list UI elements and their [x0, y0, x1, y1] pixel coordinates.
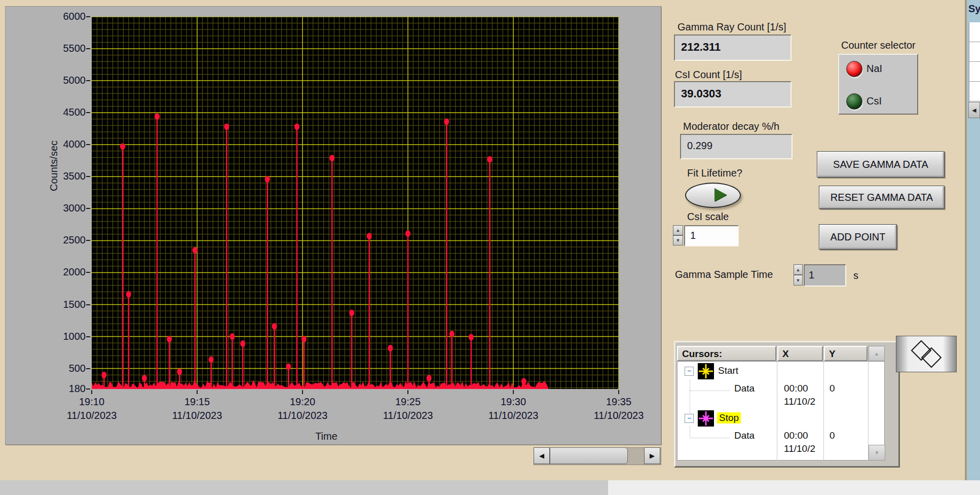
x-axis-title: Time — [293, 431, 359, 442]
chart-horizontal-scrollbar[interactable]: ◀ ▶ — [534, 447, 661, 465]
background-window-title: Sy — [968, 3, 980, 16]
y-axis-tick-mark — [86, 16, 90, 17]
y-axis-tick-label: 500 — [49, 363, 86, 374]
moderator-decay-indicator: 0.299 — [680, 134, 793, 159]
y-axis-tick-mark — [86, 336, 90, 337]
x-axis-date-label: 11/10/2023 — [586, 410, 652, 421]
x-axis-tick-mark — [197, 390, 198, 394]
list-row — [969, 42, 980, 62]
x-axis-tick-mark — [407, 390, 408, 394]
cursors-legend: Cursors: X Y ▲ − Start Dat — [674, 341, 900, 468]
csi-led[interactable] — [846, 93, 862, 110]
y-axis-tick-label: 2500 — [49, 234, 86, 246]
cursor-list: − Start Data 00:00 11/10/2 0 − — [677, 361, 885, 461]
y-axis-tick-mark — [86, 240, 90, 241]
stop-cursor-expander[interactable]: − — [685, 414, 694, 423]
cursor-list-scroll-up-button[interactable]: ▲ — [869, 346, 885, 361]
start-cursor-x-date: 11/10/2 — [784, 396, 822, 407]
cursor-move-button[interactable] — [896, 336, 957, 372]
y-axis-tick-label: 5000 — [49, 75, 86, 86]
add-point-button[interactable]: ADD POINT — [819, 224, 897, 250]
y-axis-tick-mark — [86, 176, 90, 177]
x-axis-tick-label: 19:35 — [596, 396, 642, 408]
x-axis-tick-mark — [618, 390, 619, 394]
y-axis-tick-label: 1500 — [49, 299, 86, 310]
list-row — [969, 22, 980, 42]
y-axis-tick-mark — [86, 208, 90, 209]
x-axis-date-label: 11/10/2023 — [375, 410, 441, 421]
x-axis-tick-mark — [513, 390, 514, 394]
csi-count-value: 39.0303 — [675, 82, 790, 100]
tree-line — [690, 438, 730, 438]
moderator-decay-value: 0.299 — [681, 135, 791, 152]
stop-cursor-name[interactable]: Stop — [717, 412, 741, 423]
csi-scale-field[interactable]: 1 — [684, 225, 739, 246]
start-cursor-x-time: 00:00 — [784, 383, 808, 394]
csi-scale-label: CsI scale — [687, 211, 729, 223]
gamma-count-value: 212.311 — [675, 36, 790, 54]
sample-time-field[interactable]: 1 — [804, 264, 846, 287]
y-axis-tick-mark — [86, 48, 90, 49]
scroll-right-button[interactable]: ▶ — [644, 447, 660, 464]
background-scroll-left-button[interactable]: ◀ — [968, 102, 980, 118]
y-axis-tick-label: 1000 — [49, 331, 86, 342]
start-cursor-icon[interactable] — [698, 363, 714, 379]
labview-front-panel: Counts/sec Time 600055005000450040003500… — [0, 0, 980, 495]
reset-gamma-data-button[interactable]: RESET GAMMA DATA — [819, 186, 945, 209]
y-axis-title: Counts/sec — [48, 125, 60, 206]
sample-time-unit: s — [853, 270, 858, 281]
nai-led[interactable] — [846, 61, 862, 77]
taskbar-strip-right — [608, 480, 980, 495]
gamma-chart-trace — [92, 17, 619, 389]
y-axis-tick-mark — [86, 80, 90, 81]
start-cursor-expander[interactable]: − — [685, 367, 694, 376]
y-axis-tick-label: 3000 — [49, 202, 86, 214]
x-axis-date-label: 11/10/2023 — [164, 410, 230, 421]
x-axis-tick-label: 19:25 — [385, 396, 431, 408]
csi-scale-stepper[interactable]: ▲ ▼ — [673, 225, 683, 245]
gamma-count-label: Gamma Ray Count [1/s] — [677, 21, 786, 33]
list-row — [969, 82, 980, 101]
scrollbar-thumb[interactable] — [550, 447, 628, 464]
x-axis-tick-mark — [302, 390, 303, 394]
stop-cursor-icon[interactable] — [698, 410, 714, 427]
increment-arrow-icon[interactable]: ▲ — [673, 225, 683, 235]
increment-arrow-icon[interactable]: ▲ — [794, 264, 803, 275]
stop-cursor-x-date: 11/10/2 — [784, 443, 822, 454]
y-axis-tick-mark — [86, 368, 90, 369]
start-cursor-name[interactable]: Start — [718, 365, 738, 376]
y-axis-tick-label: 4000 — [49, 138, 86, 150]
csi-count-indicator: 39.0303 — [674, 81, 791, 108]
fit-lifetime-toggle[interactable] — [685, 183, 741, 208]
y-axis-tick-label: 5500 — [49, 43, 86, 54]
x-axis-tick-label: 19:10 — [69, 396, 115, 408]
decrement-arrow-icon[interactable]: ▼ — [794, 275, 803, 286]
start-cursor-data-label[interactable]: Data — [734, 383, 755, 394]
nai-option-label: NaI — [866, 63, 882, 75]
csi-scale-value: 1 — [685, 226, 738, 241]
csi-count-label: CsI Count [1/s] — [675, 69, 742, 81]
save-gamma-data-button[interactable]: SAVE GAMMA DATA — [817, 151, 945, 178]
x-axis-tick-mark — [91, 390, 92, 394]
x-axis-tick-label: 19:15 — [174, 396, 220, 408]
scroll-right-icon: ▶ — [650, 452, 655, 459]
taskbar-strip-left — [0, 480, 608, 495]
start-cursor-y-value: 0 — [830, 383, 835, 394]
y-axis-tick-label: 180 — [49, 383, 86, 395]
cursors-x-header: X — [777, 346, 823, 361]
scroll-left-button[interactable]: ◀ — [534, 447, 550, 464]
background-window-list — [969, 22, 980, 102]
cursor-list-scroll-down-button[interactable]: ▼ — [869, 445, 885, 461]
tree-line — [690, 391, 730, 391]
sample-time-stepper[interactable]: ▲ ▼ — [794, 264, 803, 286]
decrement-arrow-icon[interactable]: ▼ — [673, 235, 683, 245]
diamond-icon — [907, 338, 946, 370]
gamma-chart-plot-area — [92, 17, 619, 389]
y-axis-tick-mark — [86, 304, 90, 305]
sample-time-label: Gamma Sample Time — [675, 269, 773, 280]
column-divider — [777, 362, 777, 461]
scroll-left-icon: ◀ — [539, 452, 544, 459]
y-axis-tick-label: 6000 — [49, 11, 86, 22]
stop-cursor-data-label[interactable]: Data — [734, 430, 755, 441]
x-axis-tick-label: 19:30 — [491, 396, 536, 408]
